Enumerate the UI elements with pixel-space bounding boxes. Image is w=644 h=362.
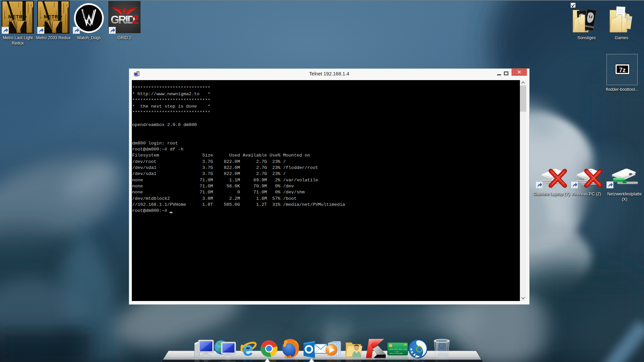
svg-text:1234 5678 9012 3456: 1234 5678 9012 3456 (389, 349, 407, 350)
svg-text:CARDHOLDER NAME: CARDHOLDER NAME (389, 353, 403, 354)
